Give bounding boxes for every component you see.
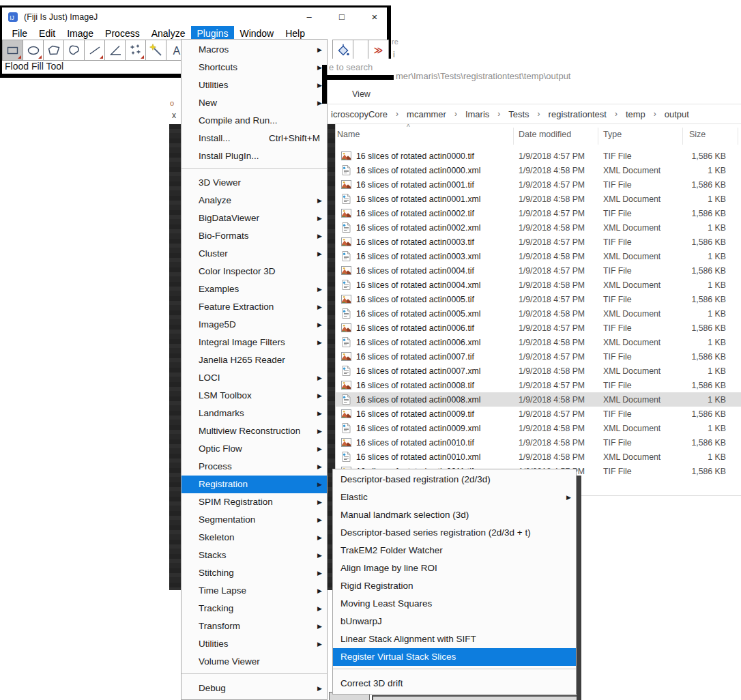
plugins-menu-item[interactable]: New ▶ bbox=[181, 94, 327, 112]
plugins-menu-item[interactable]: Registration ▶ bbox=[181, 476, 327, 493]
plugins-menu-item[interactable]: Utilities ▶ bbox=[181, 635, 327, 653]
taskbar-search-box[interactable]: e to search bbox=[327, 59, 391, 76]
plugins-menu-item[interactable]: BigDataViewer ▶ bbox=[181, 209, 327, 227]
plugins-menu-item[interactable]: Time Lapse ▶ bbox=[181, 582, 327, 600]
polygon-tool-button[interactable] bbox=[43, 40, 64, 61]
breadcrumb-item[interactable]: output › bbox=[661, 108, 705, 121]
file-row[interactable]: 16 slices of rotated actin0003.tif 1/9/2… bbox=[300, 235, 741, 249]
file-row[interactable]: 16 slices of rotated actin0010.tif 1/9/2… bbox=[300, 435, 741, 450]
breadcrumb-item[interactable]: temp › bbox=[622, 108, 661, 121]
plugins-menu-item[interactable]: Examples ▶ bbox=[181, 280, 327, 298]
file-row[interactable]: 16 slices of rotated actin0002.xml 1/9/2… bbox=[300, 220, 741, 235]
file-row[interactable]: 16 slices of rotated actin0004.tif 1/9/2… bbox=[300, 263, 741, 278]
plugins-menu-item[interactable]: Shortcuts ▶ bbox=[181, 59, 327, 76]
file-row[interactable]: 16 slices of rotated actin0009.xml 1/9/2… bbox=[300, 421, 741, 435]
file-row[interactable]: 16 slices of rotated actin0007.tif 1/9/2… bbox=[300, 349, 741, 364]
column-divider[interactable] bbox=[513, 128, 514, 145]
breadcrumb-item[interactable]: Imaris › bbox=[462, 108, 505, 121]
plugins-menu-item[interactable]: Bio-Formats ▶ bbox=[181, 227, 327, 245]
close-icon[interactable]: × bbox=[368, 11, 381, 23]
menubar-item[interactable]: Plugins bbox=[191, 26, 234, 40]
plugins-menu-item[interactable]: Landmarks ▶ bbox=[181, 405, 327, 422]
freehand-tool-button[interactable] bbox=[63, 40, 85, 61]
plugins-menu-item[interactable]: ▶ bbox=[181, 168, 327, 174]
plugins-menu-item[interactable]: ▶ bbox=[181, 673, 327, 680]
file-row[interactable]: 16 slices of rotated actin0006.tif 1/9/2… bbox=[300, 321, 741, 335]
angle-tool-button[interactable] bbox=[104, 40, 126, 61]
file-row[interactable]: 16 slices of rotated actin0002.tif 1/9/2… bbox=[300, 206, 741, 220]
menubar-item[interactable]: Process bbox=[100, 26, 146, 40]
registration-submenu-item[interactable]: Moving Least Squares ▶ bbox=[333, 595, 576, 613]
plugins-menu-item[interactable]: Compile and Run... ▶ bbox=[181, 112, 327, 130]
plugins-menu-item[interactable]: Analyze ▶ bbox=[181, 192, 327, 209]
registration-submenu-item[interactable]: TrakEM2 Folder Watcher ▶ bbox=[333, 542, 576, 559]
plugins-menu-item[interactable]: Install... Ctrl+Shift+M ▶ bbox=[181, 130, 327, 147]
file-row[interactable]: 16 slices of rotated actin0009.tif 1/9/2… bbox=[300, 407, 741, 421]
registration-submenu-item[interactable]: Correct 3D drift ▶ bbox=[333, 675, 576, 692]
file-row[interactable]: 16 slices of rotated actin0006.xml 1/9/2… bbox=[300, 335, 741, 349]
minimize-icon[interactable]: – bbox=[302, 12, 316, 22]
plugins-menu-item[interactable]: Multiview Reconstruction ▶ bbox=[181, 422, 327, 440]
breadcrumb-item[interactable]: Tests › bbox=[505, 108, 544, 121]
file-row[interactable]: 16 slices of rotated actin0003.xml 1/9/2… bbox=[300, 249, 741, 263]
fiji-titlebar[interactable]: IJ (Fiji Is Just) ImageJ – □ × bbox=[2, 8, 387, 26]
point-tool-button[interactable] bbox=[125, 40, 146, 61]
plugins-menu-item[interactable]: Tracking ▶ bbox=[181, 600, 327, 617]
breadcrumb-item[interactable]: registrationtest › bbox=[545, 108, 622, 121]
plugins-menu-item[interactable]: Color Inspector 3D ▶ bbox=[181, 263, 327, 280]
plugins-menu-item[interactable]: Process ▶ bbox=[181, 458, 327, 476]
plugins-menu-item[interactable]: Volume Viewer ▶ bbox=[181, 653, 327, 671]
breadcrumb-item[interactable]: icroscopyCore › bbox=[328, 108, 403, 121]
plugins-menu-item[interactable]: Utilities ▶ bbox=[181, 76, 327, 94]
file-row[interactable]: 16 slices of rotated actin0008.xml 1/9/2… bbox=[300, 392, 741, 407]
file-row[interactable]: 16 slices of rotated actin0001.tif 1/9/2… bbox=[300, 177, 741, 192]
menubar-item[interactable]: File bbox=[6, 26, 33, 40]
menubar-item[interactable]: Help bbox=[280, 26, 311, 40]
file-row[interactable]: 16 slices of rotated actin0007.xml 1/9/2… bbox=[300, 364, 741, 378]
flood-fill-tool-button[interactable] bbox=[332, 40, 353, 61]
file-row[interactable]: 16 slices of rotated actin0004.xml 1/9/2… bbox=[300, 278, 741, 292]
column-divider[interactable] bbox=[682, 128, 683, 145]
plugins-menu-item[interactable]: Optic Flow ▶ bbox=[181, 440, 327, 458]
plugins-menu-item[interactable]: Integral Image Filters ▶ bbox=[181, 334, 327, 351]
plugins-menu-item[interactable]: Skeleton ▶ bbox=[181, 529, 327, 546]
column-divider[interactable] bbox=[738, 128, 738, 145]
menubar-item[interactable]: Image bbox=[61, 26, 100, 40]
oval-tool-button[interactable] bbox=[23, 40, 44, 61]
menubar-item[interactable]: Window bbox=[234, 26, 280, 40]
plugins-menu-item[interactable]: LSM Toolbox ▶ bbox=[181, 387, 327, 405]
registration-submenu-item[interactable]: Linear Stack Alignment with SIFT ▶ bbox=[333, 630, 576, 648]
registration-submenu-item[interactable]: bUnwarpJ ▶ bbox=[333, 613, 576, 630]
column-header-name[interactable]: Name bbox=[337, 130, 360, 139]
plugins-menu-item[interactable]: Feature Extraction ▶ bbox=[181, 298, 327, 316]
wand-tool-button[interactable] bbox=[145, 40, 166, 61]
more-tools-button[interactable]: ≫ bbox=[368, 40, 389, 61]
menubar-item[interactable]: Edit bbox=[33, 26, 61, 40]
registration-submenu-item[interactable]: Manual landmark selection (3d) ▶ bbox=[333, 506, 576, 524]
rectangle-tool-button[interactable] bbox=[2, 40, 23, 61]
registration-submenu-item[interactable]: Descriptor-based series registration (2d… bbox=[333, 524, 576, 542]
registration-submenu-item[interactable]: Descriptor-based registration (2d/3d) ▶ bbox=[333, 471, 576, 488]
plugins-menu-item[interactable]: 3D Viewer ▶ bbox=[181, 174, 327, 192]
plugins-menu-item[interactable]: Transform ▶ bbox=[181, 617, 327, 635]
registration-submenu-item[interactable]: ▶ bbox=[333, 669, 576, 675]
plugins-menu-item[interactable]: Image5D ▶ bbox=[181, 316, 327, 334]
registration-submenu-item[interactable]: Align Image by line ROI ▶ bbox=[333, 559, 576, 577]
plugins-menu-item[interactable]: Janelia H265 Reader ▶ bbox=[181, 351, 327, 369]
column-header-type[interactable]: Type bbox=[603, 130, 622, 139]
empty-tool-slot[interactable] bbox=[353, 40, 368, 61]
plugins-menu-item[interactable]: Macros ▶ bbox=[181, 41, 327, 59]
file-row[interactable]: 16 slices of rotated actin0005.xml 1/9/2… bbox=[300, 306, 741, 321]
plugins-menu-item[interactable]: LOCI ▶ bbox=[181, 369, 327, 387]
file-row[interactable]: 16 slices of rotated actin0000.tif 1/9/2… bbox=[300, 149, 741, 163]
column-divider[interactable] bbox=[598, 128, 598, 145]
file-row[interactable]: 16 slices of rotated actin0000.xml 1/9/2… bbox=[300, 163, 741, 177]
plugins-menu-item[interactable]: Install PlugIn... ▶ bbox=[181, 147, 327, 165]
column-header-size[interactable]: Size bbox=[689, 130, 706, 139]
breadcrumb-item[interactable]: mcammer › bbox=[403, 108, 462, 121]
file-row[interactable]: 16 slices of rotated actin0005.tif 1/9/2… bbox=[300, 292, 741, 306]
maximize-icon[interactable]: □ bbox=[335, 12, 349, 22]
line-tool-button[interactable] bbox=[84, 40, 105, 61]
plugins-menu-item[interactable]: SPIM Registration ▶ bbox=[181, 493, 327, 511]
ribbon-tab-view[interactable]: View bbox=[352, 89, 370, 99]
